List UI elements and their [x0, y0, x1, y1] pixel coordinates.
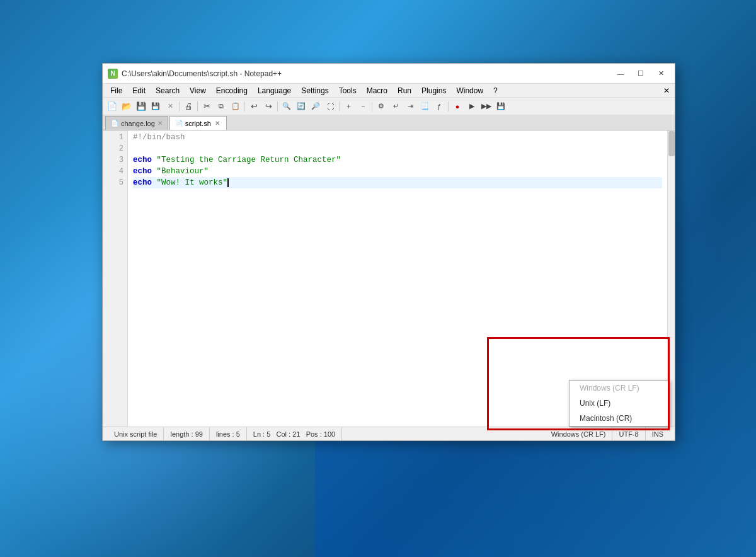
menu-help[interactable]: ?	[488, 84, 503, 97]
line-4-string2: "Behaviour"	[157, 167, 209, 176]
menu-run[interactable]: Run	[392, 84, 416, 97]
toolbar-doc-map-icon[interactable]: 📃	[418, 100, 432, 113]
menu-language[interactable]: Language	[253, 84, 296, 97]
menu-file[interactable]: File	[105, 84, 127, 97]
toolbar-separator-3	[244, 101, 245, 112]
toolbar-separator-5	[339, 101, 340, 112]
menu-encoding[interactable]: Encoding	[211, 84, 253, 97]
title-bar: N C:\Users\akin\Documents\script.sh - No…	[103, 64, 675, 84]
scrollbar-thumb[interactable]	[668, 131, 675, 156]
status-ins: INS	[646, 427, 670, 440]
line-3-string1: "Testing the Carriage Return Character"	[157, 156, 341, 164]
line-num-4: 4	[103, 166, 123, 177]
toolbar-redo-icon[interactable]: ↪	[261, 100, 275, 113]
status-encoding[interactable]: UTF-8	[612, 427, 645, 440]
line-5-echo3: echo	[133, 178, 152, 187]
status-position: Ln : 5 Col : 21 Pos : 100	[247, 427, 342, 440]
toolbar-replace-icon[interactable]: 🔄	[294, 100, 308, 113]
menu-tools[interactable]: Tools	[334, 84, 362, 97]
app-icon: N	[108, 69, 118, 79]
toolbar-sync-icon[interactable]: ⚙	[374, 100, 388, 113]
toolbar-separator-7	[448, 101, 449, 112]
eol-unix-lf[interactable]: Unix (LF)	[570, 396, 669, 411]
window-controls: — ☐ ✕	[612, 67, 670, 80]
toolbar-findinfiles-icon[interactable]: 🔎	[309, 100, 323, 113]
status-length: length : 99	[164, 427, 209, 440]
menu-macro[interactable]: Macro	[362, 84, 392, 97]
toolbar-markall-icon[interactable]: ⛶	[323, 100, 337, 113]
eol-macintosh-cr[interactable]: Macintosh (CR)	[570, 411, 669, 426]
toolbar-save-icon[interactable]: 💾	[134, 100, 148, 113]
notepad-window: N C:\Users\akin\Documents\script.sh - No…	[102, 63, 675, 441]
tab-scriptsh-close[interactable]: ✕	[214, 120, 221, 127]
line-numbers: 1 2 3 4 5	[103, 130, 128, 427]
menu-view[interactable]: View	[185, 84, 211, 97]
toolbar-cut-icon[interactable]: ✂	[200, 100, 214, 113]
status-file-type: Unix script file	[108, 427, 164, 440]
menu-bar: File Edit Search View Encoding Language …	[103, 84, 675, 98]
close-button[interactable]: ✕	[652, 67, 670, 80]
eol-windows-crlf: Windows (CR LF)	[570, 381, 669, 396]
toolbar-paste-icon[interactable]: 📋	[229, 100, 243, 113]
line-num-3: 3	[103, 154, 123, 166]
tab-scriptsh-label: script.sh	[185, 120, 211, 127]
menu-plugins[interactable]: Plugins	[416, 84, 451, 97]
toolbar-zoom-in-icon[interactable]: ＋	[341, 100, 355, 113]
status-lines: lines : 5	[210, 427, 247, 440]
menu-window[interactable]: Window	[451, 84, 488, 97]
toolbar-wrap-icon[interactable]: ↵	[389, 100, 403, 113]
menu-x-button[interactable]: ✕	[663, 86, 672, 95]
toolbar-zoom-out-icon[interactable]: －	[356, 100, 370, 113]
toolbar-separator-1	[179, 101, 180, 112]
tab-changelog-modified: ✕	[158, 120, 163, 127]
tab-changelog-label: change.log	[121, 120, 155, 127]
line-5-space	[152, 178, 157, 187]
toolbar-save-macro-icon[interactable]: 💾	[494, 100, 508, 113]
window-title: C:\Users\akin\Documents\script.sh - Note…	[122, 69, 612, 78]
toolbar-open-icon[interactable]: 📂	[120, 100, 134, 113]
toolbar-indent-icon[interactable]: ⇥	[403, 100, 417, 113]
text-cursor	[227, 178, 234, 187]
line-1-shebang: #!/bin/bash	[133, 133, 185, 142]
menu-edit[interactable]: Edit	[127, 84, 151, 97]
toolbar-print-icon[interactable]: 🖨	[181, 100, 195, 113]
line-num-1: 1	[103, 132, 123, 143]
toolbar-separator-2	[197, 101, 198, 112]
line-3-echo1: echo	[133, 156, 152, 164]
status-bar: Unix script file length : 99 lines : 5 L…	[103, 427, 675, 440]
menu-settings[interactable]: Settings	[296, 84, 333, 97]
eol-dropdown: Windows (CR LF) Unix (LF) Macintosh (CR)	[569, 380, 670, 427]
toolbar-find-icon[interactable]: 🔍	[280, 100, 294, 113]
line-3-space	[152, 156, 157, 164]
toolbar-separator-4	[277, 101, 278, 112]
toolbar: 📄 📂 💾 💾 ✕ 🖨 ✂ ⧉ 📋 ↩ ↪ 🔍 🔄 🔎 ⛶ ＋ － ⚙ ↵ ⇥ …	[103, 98, 675, 115]
toolbar-new-icon[interactable]: 📄	[105, 100, 119, 113]
toolbar-playback-icon[interactable]: ▶	[465, 100, 479, 113]
minimize-button[interactable]: —	[612, 67, 629, 80]
tab-bar: 📄 change.log ✕ 📄 script.sh ✕	[103, 115, 675, 130]
toolbar-undo-icon[interactable]: ↩	[247, 100, 261, 113]
line-num-5: 5	[103, 177, 123, 188]
toolbar-macro-icon[interactable]: ●	[450, 100, 464, 113]
tab-scriptsh[interactable]: 📄 script.sh ✕	[169, 116, 227, 130]
menu-search[interactable]: Search	[151, 84, 185, 97]
toolbar-function-list-icon[interactable]: ƒ	[432, 100, 446, 113]
toolbar-copy-icon[interactable]: ⧉	[214, 100, 228, 113]
line-4-echo2: echo	[133, 167, 152, 176]
toolbar-close-icon[interactable]: ✕	[163, 100, 177, 113]
toolbar-save-all-icon[interactable]: 💾	[149, 100, 163, 113]
line-5-string3: "Wow! It works"	[157, 178, 228, 187]
tab-changelog[interactable]: 📄 change.log ✕	[105, 116, 168, 130]
toolbar-playback2-icon[interactable]: ▶▶	[479, 100, 493, 113]
line-5-highlight: echo "Wow! It works"	[133, 177, 662, 188]
toolbar-separator-6	[372, 101, 372, 112]
line-4-space	[152, 167, 157, 176]
line-num-2: 2	[103, 143, 123, 154]
status-eol[interactable]: Windows (CR LF)	[545, 427, 613, 440]
maximize-button[interactable]: ☐	[632, 67, 650, 80]
